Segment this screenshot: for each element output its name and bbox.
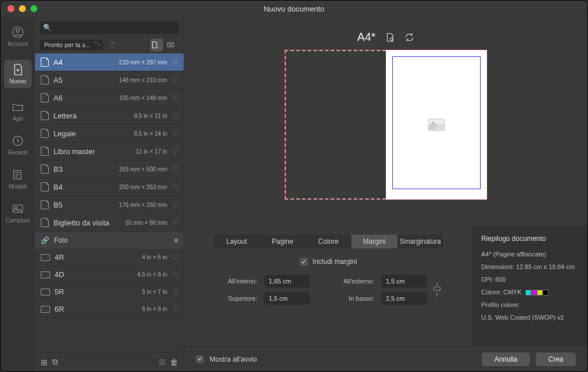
margin-outer-input[interactable]: [381, 275, 427, 287]
margin-top-input[interactable]: [264, 292, 310, 305]
create-button[interactable]: Crea: [536, 352, 576, 366]
heart-icon[interactable]: ♡: [172, 288, 178, 296]
favorites-filter-button[interactable]: ♡: [106, 39, 119, 51]
margin-bottom-input[interactable]: [381, 292, 427, 305]
search-input[interactable]: [40, 21, 179, 34]
photo-icon: [41, 254, 50, 261]
new-document-icon: [11, 63, 24, 76]
sidebar-item-recent[interactable]: Recenti: [4, 135, 32, 156]
preset-item[interactable]: Legale8.5 in × 14 in♡: [35, 125, 184, 143]
margin-top-label: Superiore:: [211, 295, 257, 302]
tab-margins[interactable]: Margini: [351, 235, 397, 248]
page-icon: [41, 218, 49, 227]
preview-title: A4*: [357, 30, 376, 44]
sidebar-item-account[interactable]: Account: [4, 26, 32, 47]
summary-profile-label: Profilo colore:: [481, 301, 579, 308]
preset-item[interactable]: A6105 mm × 148 mm♡: [35, 89, 184, 107]
preset-item[interactable]: 4D4.5 in × 6 in♡: [35, 266, 184, 283]
tab-bleed[interactable]: Smarginatura: [397, 235, 443, 248]
link-icon: 🔗: [41, 236, 49, 244]
heart-icon[interactable]: ♡: [172, 305, 178, 313]
preset-item[interactable]: B5176 mm × 250 mm♡: [35, 196, 184, 214]
heart-icon[interactable]: ♡: [172, 165, 178, 173]
page-icon: [41, 182, 49, 191]
heart-icon[interactable]: ♡: [172, 201, 178, 209]
templates-icon: [11, 168, 24, 181]
page-setup-icon[interactable]: [385, 32, 395, 43]
preset-item[interactable]: B4250 mm × 353 mm♡: [35, 178, 184, 196]
settings-panel: Layout Pagine Colore Margini Smarginatur…: [184, 225, 473, 346]
show-on-start-label: Mostra all'avvio: [210, 355, 257, 363]
preset-item[interactable]: A4210 mm × 297 mm♡: [35, 53, 184, 71]
tab-layout[interactable]: Layout: [214, 235, 260, 248]
heart-icon[interactable]: ♡: [172, 58, 178, 66]
summary-dpi: DPI: 600: [481, 276, 579, 283]
refresh-icon[interactable]: [404, 32, 415, 43]
preset-item[interactable]: Lettera8.5 in × 11 in♡: [35, 107, 184, 125]
preview-left-page: [285, 50, 386, 200]
cancel-button[interactable]: Annulla: [482, 352, 530, 366]
view-grid-button[interactable]: [167, 39, 179, 51]
heart-icon[interactable]: ♡: [172, 183, 178, 191]
heart-icon[interactable]: ♡: [172, 147, 178, 155]
sidebar-item-open[interactable]: Apri: [4, 101, 32, 122]
filter-dropdown[interactable]: Pronto per la s...: [40, 40, 103, 50]
preset-item[interactable]: Libro master11 in × 17 in♡: [35, 143, 184, 160]
search-icon: 🔍: [43, 24, 52, 32]
page-icon: [41, 57, 49, 67]
preset-item[interactable]: B3353 mm × 500 mm♡: [35, 160, 184, 178]
heart-icon[interactable]: ♡: [172, 254, 178, 262]
preset-item[interactable]: 4R4 in × 6 in♡: [35, 249, 184, 266]
image-placeholder-icon: [428, 118, 445, 131]
category-header[interactable]: 🔗Foto≡: [35, 232, 184, 249]
tab-pages[interactable]: Pagine: [260, 235, 305, 248]
add-category-icon[interactable]: ⧉: [52, 357, 58, 367]
preview-area: A4*: [184, 17, 587, 225]
margin-inner-input[interactable]: [264, 275, 310, 287]
menu-icon[interactable]: ≡: [174, 236, 178, 244]
preset-item[interactable]: A5148 mm × 210 mm♡: [35, 71, 184, 89]
heart-icon[interactable]: ♡: [172, 218, 178, 227]
heart-icon[interactable]: ♡: [172, 271, 178, 279]
heart-icon[interactable]: ♡: [172, 76, 178, 84]
sidebar-item-new[interactable]: Nuovo: [4, 60, 32, 88]
presets-list[interactable]: A4210 mm × 297 mm♡ A5148 mm × 210 mm♡ A6…: [35, 53, 184, 352]
summary-format: A4* (Pagine affiancate): [481, 251, 579, 258]
settings-tabs: Layout Pagine Colore Margini Smarginatur…: [214, 235, 443, 248]
add-preset-icon[interactable]: ⊞: [41, 358, 48, 367]
sidebar-item-samples[interactable]: Campioni: [4, 202, 32, 224]
photo-icon: [41, 271, 50, 278]
clock-icon: [11, 135, 24, 147]
preset-item[interactable]: Biglietto da visita55 mm × 88 mm♡: [35, 214, 184, 232]
svg-rect-6: [168, 43, 170, 47]
delete-icon[interactable]: 🗑: [170, 358, 178, 367]
show-on-start-checkbox[interactable]: ✓: [196, 355, 204, 363]
summary-color: Colore: CMYK: [481, 289, 579, 296]
summary-profile-value: U.S. Web Coated (SWOP) v2: [481, 314, 579, 321]
rename-icon[interactable]: Ａ̲: [160, 358, 165, 367]
heart-icon[interactable]: ♡: [172, 112, 178, 120]
page-icon: [41, 129, 49, 138]
page-icon: [41, 164, 49, 174]
summary-dimensions: Dimensioni: 12.85 cm x 19.84 cm: [481, 263, 579, 270]
sidebar-item-label: Recenti: [8, 149, 28, 156]
link-margins-icon[interactable]: [428, 282, 446, 298]
cmyk-swatches: [525, 290, 548, 296]
view-list-button[interactable]: [150, 39, 163, 51]
sidebar-item-label: Account: [7, 41, 28, 47]
photo-icon: [41, 306, 50, 313]
preset-item[interactable]: 5R5 in × 7 in♡: [35, 283, 184, 301]
photo-icon: [41, 289, 50, 296]
include-margins-checkbox[interactable]: ✓: [300, 258, 308, 266]
sidebar-item-templates[interactable]: Modelli: [4, 168, 32, 190]
svg-point-8: [390, 37, 393, 40]
page-icon: [41, 147, 49, 156]
preset-item[interactable]: 6R6 in × 8 in♡: [35, 301, 184, 318]
heart-icon[interactable]: ♡: [172, 129, 178, 137]
margin-inner-label: All'interno:: [211, 278, 257, 285]
heart-icon[interactable]: ♡: [172, 94, 178, 102]
page-icon: [41, 200, 49, 209]
svg-rect-7: [171, 43, 173, 47]
left-sidebar: Account Nuovo Apri Recenti Modelli Campi…: [1, 17, 35, 371]
tab-color[interactable]: Colore: [305, 235, 351, 248]
